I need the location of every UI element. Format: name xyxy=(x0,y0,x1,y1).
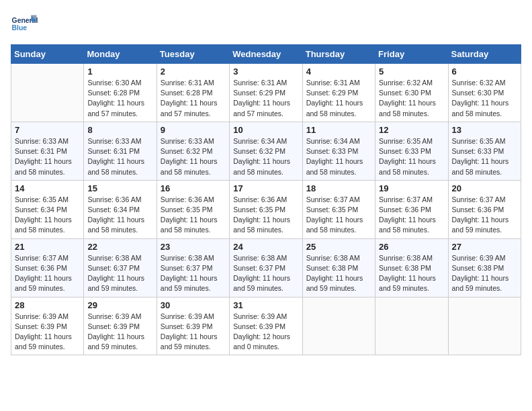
page-header: General Blue xyxy=(11,11,521,38)
day-info: Sunrise: 6:34 AMSunset: 6:32 PMDaylight:… xyxy=(233,136,298,177)
day-info: Sunrise: 6:38 AMSunset: 6:38 PMDaylight:… xyxy=(379,253,444,294)
calendar-cell: 16Sunrise: 6:36 AMSunset: 6:35 PMDayligh… xyxy=(157,180,229,238)
calendar-cell: 23Sunrise: 6:38 AMSunset: 6:37 PMDayligh… xyxy=(157,238,229,297)
day-info: Sunrise: 6:38 AMSunset: 6:37 PMDaylight:… xyxy=(161,253,226,294)
calendar-cell: 18Sunrise: 6:37 AMSunset: 6:35 PMDayligh… xyxy=(302,180,375,238)
day-info: Sunrise: 6:33 AMSunset: 6:32 PMDaylight:… xyxy=(161,136,226,177)
day-number: 6 xyxy=(452,66,517,77)
day-info: Sunrise: 6:36 AMSunset: 6:34 PMDaylight:… xyxy=(87,195,152,236)
calendar-day-header: Monday xyxy=(84,45,157,64)
calendar-cell: 26Sunrise: 6:38 AMSunset: 6:38 PMDayligh… xyxy=(375,238,448,297)
calendar-header-row: SundayMondayTuesdayWednesdayThursdayFrid… xyxy=(11,45,521,64)
day-number: 12 xyxy=(379,125,444,135)
calendar-cell: 25Sunrise: 6:38 AMSunset: 6:38 PMDayligh… xyxy=(302,238,375,297)
day-number: 29 xyxy=(87,300,152,310)
day-info: Sunrise: 6:38 AMSunset: 6:38 PMDaylight:… xyxy=(306,253,371,294)
day-info: Sunrise: 6:33 AMSunset: 6:31 PMDaylight:… xyxy=(87,136,152,177)
calendar-cell: 17Sunrise: 6:36 AMSunset: 6:35 PMDayligh… xyxy=(230,180,302,238)
day-info: Sunrise: 6:38 AMSunset: 6:37 PMDaylight:… xyxy=(87,253,152,294)
day-number: 20 xyxy=(452,183,517,193)
day-info: Sunrise: 6:31 AMSunset: 6:29 PMDaylight:… xyxy=(233,78,298,119)
calendar-week-row: 28Sunrise: 6:39 AMSunset: 6:39 PMDayligh… xyxy=(11,297,521,355)
day-number: 27 xyxy=(452,242,517,252)
calendar-cell: 4Sunrise: 6:31 AMSunset: 6:29 PMDaylight… xyxy=(302,64,375,122)
calendar-cell: 21Sunrise: 6:37 AMSunset: 6:36 PMDayligh… xyxy=(11,238,84,297)
day-info: Sunrise: 6:32 AMSunset: 6:30 PMDaylight:… xyxy=(379,78,444,119)
day-number: 13 xyxy=(452,125,517,135)
day-info: Sunrise: 6:32 AMSunset: 6:30 PMDaylight:… xyxy=(452,78,517,119)
day-info: Sunrise: 6:39 AMSunset: 6:39 PMDaylight:… xyxy=(233,312,298,353)
calendar-cell: 5Sunrise: 6:32 AMSunset: 6:30 PMDaylight… xyxy=(375,64,448,122)
day-info: Sunrise: 6:36 AMSunset: 6:35 PMDaylight:… xyxy=(233,195,298,236)
calendar-cell: 1Sunrise: 6:30 AMSunset: 6:28 PMDaylight… xyxy=(84,64,157,122)
calendar-cell: 31Sunrise: 6:39 AMSunset: 6:39 PMDayligh… xyxy=(230,297,302,355)
calendar-cell: 14Sunrise: 6:35 AMSunset: 6:34 PMDayligh… xyxy=(11,180,84,238)
calendar-cell: 2Sunrise: 6:31 AMSunset: 6:28 PMDaylight… xyxy=(157,64,229,122)
svg-text:Blue: Blue xyxy=(12,24,28,32)
logo: General Blue xyxy=(11,11,40,38)
day-info: Sunrise: 6:33 AMSunset: 6:31 PMDaylight:… xyxy=(15,136,80,177)
day-number: 2 xyxy=(161,66,226,77)
day-info: Sunrise: 6:36 AMSunset: 6:35 PMDaylight:… xyxy=(161,195,226,236)
calendar-cell: 27Sunrise: 6:39 AMSunset: 6:38 PMDayligh… xyxy=(448,238,521,297)
day-number: 11 xyxy=(306,125,371,135)
day-number: 25 xyxy=(306,242,371,252)
day-info: Sunrise: 6:31 AMSunset: 6:29 PMDaylight:… xyxy=(306,78,371,119)
calendar-cell: 15Sunrise: 6:36 AMSunset: 6:34 PMDayligh… xyxy=(84,180,157,238)
calendar-cell: 9Sunrise: 6:33 AMSunset: 6:32 PMDaylight… xyxy=(157,122,229,180)
calendar-cell: 8Sunrise: 6:33 AMSunset: 6:31 PMDaylight… xyxy=(84,122,157,180)
calendar-cell: 6Sunrise: 6:32 AMSunset: 6:30 PMDaylight… xyxy=(448,64,521,122)
calendar-cell: 3Sunrise: 6:31 AMSunset: 6:29 PMDaylight… xyxy=(230,64,302,122)
calendar-week-row: 21Sunrise: 6:37 AMSunset: 6:36 PMDayligh… xyxy=(11,238,521,297)
day-number: 7 xyxy=(15,125,80,135)
calendar-day-header: Sunday xyxy=(11,45,84,64)
day-number: 26 xyxy=(379,242,444,252)
day-info: Sunrise: 6:34 AMSunset: 6:33 PMDaylight:… xyxy=(306,136,371,177)
day-info: Sunrise: 6:39 AMSunset: 6:39 PMDaylight:… xyxy=(87,312,152,353)
day-number: 30 xyxy=(161,300,226,310)
calendar-body: 1Sunrise: 6:30 AMSunset: 6:28 PMDaylight… xyxy=(11,64,521,355)
day-number: 10 xyxy=(233,125,298,135)
day-number: 31 xyxy=(233,300,298,310)
calendar-day-header: Thursday xyxy=(302,45,375,64)
day-number: 16 xyxy=(161,183,226,193)
calendar-week-row: 7Sunrise: 6:33 AMSunset: 6:31 PMDaylight… xyxy=(11,122,521,180)
day-number: 24 xyxy=(233,242,298,252)
day-info: Sunrise: 6:39 AMSunset: 6:39 PMDaylight:… xyxy=(15,312,80,353)
calendar-week-row: 1Sunrise: 6:30 AMSunset: 6:28 PMDaylight… xyxy=(11,64,521,122)
day-info: Sunrise: 6:39 AMSunset: 6:38 PMDaylight:… xyxy=(452,253,517,294)
day-info: Sunrise: 6:30 AMSunset: 6:28 PMDaylight:… xyxy=(87,78,152,119)
day-number: 23 xyxy=(161,242,226,252)
day-number: 14 xyxy=(15,183,80,193)
day-number: 8 xyxy=(87,125,152,135)
calendar-cell xyxy=(11,64,84,122)
calendar-cell: 7Sunrise: 6:33 AMSunset: 6:31 PMDaylight… xyxy=(11,122,84,180)
calendar-table: SundayMondayTuesdayWednesdayThursdayFrid… xyxy=(11,44,521,355)
calendar-day-header: Saturday xyxy=(448,45,521,64)
calendar-cell: 28Sunrise: 6:39 AMSunset: 6:39 PMDayligh… xyxy=(11,297,84,355)
day-info: Sunrise: 6:35 AMSunset: 6:33 PMDaylight:… xyxy=(452,136,517,177)
calendar-week-row: 14Sunrise: 6:35 AMSunset: 6:34 PMDayligh… xyxy=(11,180,521,238)
day-info: Sunrise: 6:37 AMSunset: 6:36 PMDaylight:… xyxy=(452,195,517,236)
day-number: 9 xyxy=(161,125,226,135)
day-info: Sunrise: 6:37 AMSunset: 6:36 PMDaylight:… xyxy=(15,253,80,294)
calendar-cell: 19Sunrise: 6:37 AMSunset: 6:36 PMDayligh… xyxy=(375,180,448,238)
day-number: 22 xyxy=(87,242,152,252)
calendar-day-header: Tuesday xyxy=(157,45,229,64)
day-info: Sunrise: 6:37 AMSunset: 6:35 PMDaylight:… xyxy=(306,195,371,236)
calendar-cell: 22Sunrise: 6:38 AMSunset: 6:37 PMDayligh… xyxy=(84,238,157,297)
day-info: Sunrise: 6:38 AMSunset: 6:37 PMDaylight:… xyxy=(233,253,298,294)
day-number: 1 xyxy=(87,66,152,77)
day-info: Sunrise: 6:35 AMSunset: 6:33 PMDaylight:… xyxy=(379,136,444,177)
calendar-cell xyxy=(302,297,375,355)
calendar-cell: 30Sunrise: 6:39 AMSunset: 6:39 PMDayligh… xyxy=(157,297,229,355)
day-number: 28 xyxy=(15,300,80,310)
day-number: 15 xyxy=(87,183,152,193)
day-number: 19 xyxy=(379,183,444,193)
calendar-cell: 10Sunrise: 6:34 AMSunset: 6:32 PMDayligh… xyxy=(230,122,302,180)
day-number: 3 xyxy=(233,66,298,77)
day-info: Sunrise: 6:37 AMSunset: 6:36 PMDaylight:… xyxy=(379,195,444,236)
calendar-cell: 11Sunrise: 6:34 AMSunset: 6:33 PMDayligh… xyxy=(302,122,375,180)
day-info: Sunrise: 6:31 AMSunset: 6:28 PMDaylight:… xyxy=(161,78,226,119)
day-info: Sunrise: 6:35 AMSunset: 6:34 PMDaylight:… xyxy=(15,195,80,236)
